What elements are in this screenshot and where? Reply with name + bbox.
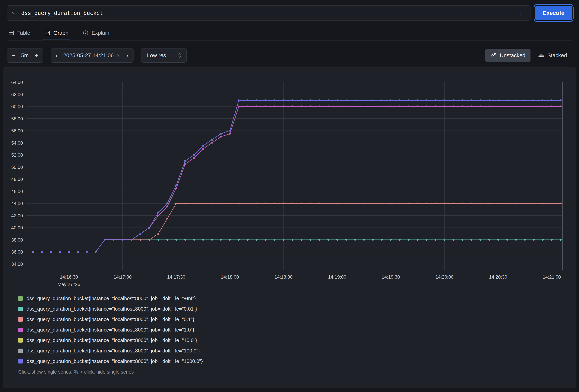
stacked-label: Stacked (547, 52, 567, 58)
y-tick-label: 36.00 (11, 249, 23, 255)
range-decrease-button[interactable]: − (7, 52, 20, 59)
legend-series-label: dss_query_duration_bucket{instance="loca… (27, 358, 203, 364)
x-tick-label: 14:21:00 (543, 274, 561, 280)
x-tick-label: 14:17:30 (167, 274, 185, 280)
legend-series-label: dss_query_duration_bucket{instance="loca… (27, 316, 194, 322)
time-series-chart[interactable]: 34.0036.0038.0040.0042.0044.0046.0048.00… (3, 69, 576, 292)
legend-item[interactable]: dss_query_duration_bucket{instance="loca… (18, 325, 576, 335)
unstacked-icon (490, 53, 497, 58)
legend-swatch-icon (18, 359, 23, 363)
query-expression[interactable]: dss_query_duration_bucket (21, 10, 512, 16)
stacking-toggle: Unstacked Stacked (485, 49, 572, 62)
plot-border (26, 82, 563, 270)
stacked-button[interactable]: Stacked (533, 49, 572, 62)
metrics-explorer-page: >_ dss_query_duration_bucket ⋮ Execute T… (0, 0, 579, 388)
unstacked-button[interactable]: Unstacked (485, 49, 530, 62)
x-tick-label: 14:20:00 (435, 274, 453, 280)
series-points-+Inf (32, 100, 562, 253)
y-tick-label: 62.00 (11, 92, 23, 97)
y-tick-label: 60.00 (11, 104, 23, 109)
y-tick-label: 50.00 (11, 165, 23, 170)
table-icon (8, 30, 14, 36)
y-tick-label: 48.00 (11, 177, 23, 182)
graph-controls: − 5m + ‹ 2025-05-27 14:21:06 × › Low res… (7, 48, 572, 63)
legend-item[interactable]: dss_query_duration_bucket{instance="loca… (18, 335, 576, 345)
end-time-value[interactable]: 2025-05-27 14:21:06 (63, 52, 115, 58)
y-tick-label: 52.00 (11, 152, 23, 158)
legend-item[interactable]: dss_query_duration_bucket{instance="loca… (18, 293, 576, 304)
y-tick-label: 34.00 (11, 262, 23, 267)
legend-item[interactable]: dss_query_duration_bucket{instance="loca… (18, 356, 576, 366)
resolution-value: Low res. (147, 52, 167, 58)
legend-item[interactable]: dss_query_duration_bucket{instance="loca… (18, 345, 576, 356)
query-input[interactable]: >_ dss_query_duration_bucket ⋮ (7, 5, 530, 21)
range-increase-button[interactable]: + (30, 52, 43, 59)
time-back-button[interactable]: ‹ (51, 52, 63, 59)
legend-item[interactable]: dss_query_duration_bucket{instance="loca… (18, 304, 576, 314)
chart-legend: dss_query_duration_bucket{instance="loca… (18, 293, 576, 366)
x-tick-label: 14:19:00 (328, 274, 346, 280)
legend-series-label: dss_query_duration_bucket{instance="loca… (27, 306, 197, 312)
y-tick-label: 58.00 (11, 116, 23, 121)
grid-lines (26, 82, 563, 270)
tab-graph-label: Graph (53, 30, 69, 36)
legend-series-label: dss_query_duration_bucket{instance="loca… (27, 327, 194, 333)
y-tick-label: 54.00 (11, 140, 23, 146)
y-tick-label: 42.00 (11, 213, 23, 218)
kebab-menu-icon[interactable]: ⋮ (516, 9, 526, 16)
tab-explain-label: Explain (92, 30, 109, 36)
x-tick-label: 14:17:00 (114, 274, 132, 280)
series-line-1000.0 (33, 100, 561, 252)
info-icon (82, 30, 89, 36)
legend-swatch-icon (18, 317, 23, 322)
x-tick-label: 14:20:30 (489, 274, 507, 280)
execute-button[interactable]: Execute (535, 6, 572, 20)
legend-series-label: dss_query_duration_bucket{instance="loca… (27, 348, 200, 354)
series-line-+Inf (33, 100, 561, 252)
y-tick-label: 40.00 (11, 225, 23, 230)
range-value[interactable]: 5m (20, 52, 30, 58)
y-tick-label: 38.00 (11, 237, 23, 242)
tab-graph[interactable]: Graph (43, 28, 70, 40)
axis-labels: 34.0036.0038.0040.0042.0044.0046.0048.00… (11, 80, 561, 287)
x-date-label: May 27 '25 (58, 282, 80, 287)
query-row: >_ dss_query_duration_bucket ⋮ Execute (0, 0, 579, 21)
range-stepper: − 5m + (7, 48, 43, 63)
y-tick-label: 44.00 (11, 201, 23, 206)
terminal-prompt-icon: >_ (11, 10, 17, 16)
series-group (32, 100, 562, 253)
x-tick-label: 14:18:30 (274, 274, 292, 280)
legend-swatch-icon (18, 307, 23, 311)
legend-swatch-icon (18, 349, 23, 353)
legend-swatch-icon (18, 328, 23, 332)
legend-swatch-icon (18, 338, 23, 342)
legend-item[interactable]: dss_query_duration_bucket{instance="loca… (18, 314, 576, 325)
tab-table[interactable]: Table (7, 28, 31, 40)
resolution-select[interactable]: Low res. (141, 48, 187, 63)
graph-icon (44, 30, 50, 36)
stacked-icon (538, 53, 544, 58)
tab-table-label: Table (17, 30, 30, 36)
series-points-0.01 (32, 239, 562, 253)
end-time-picker: ‹ 2025-05-27 14:21:06 × › (51, 48, 134, 63)
time-forward-button[interactable]: › (122, 52, 133, 59)
series-points-1000.0 (32, 100, 562, 253)
series-points-100.0 (32, 100, 562, 253)
tab-explain[interactable]: Explain (81, 28, 111, 40)
legend-series-label: dss_query_duration_bucket{instance="loca… (27, 295, 196, 301)
tabs: Table Graph Explain (7, 28, 572, 41)
unstacked-label: Unstacked (500, 52, 525, 58)
legend-swatch-icon (18, 296, 23, 301)
clear-time-icon[interactable]: × (115, 52, 122, 59)
legend-hint: Click: show single series, ⌘ + click: hi… (18, 369, 576, 375)
graph-panel: 34.0036.0038.0040.0042.0044.0046.0048.00… (3, 67, 576, 388)
series-line-0.01 (33, 240, 561, 252)
legend-series-label: dss_query_duration_bucket{instance="loca… (27, 337, 197, 343)
y-tick-label: 56.00 (11, 128, 23, 133)
y-tick-label: 46.00 (11, 189, 23, 194)
series-line-100.0 (33, 100, 561, 252)
y-tick-label: 64.00 (11, 80, 23, 85)
x-tick-label: 14:16:30 (60, 274, 78, 280)
x-tick-label: 14:19:30 (382, 274, 400, 280)
select-chevrons-icon (178, 53, 182, 58)
